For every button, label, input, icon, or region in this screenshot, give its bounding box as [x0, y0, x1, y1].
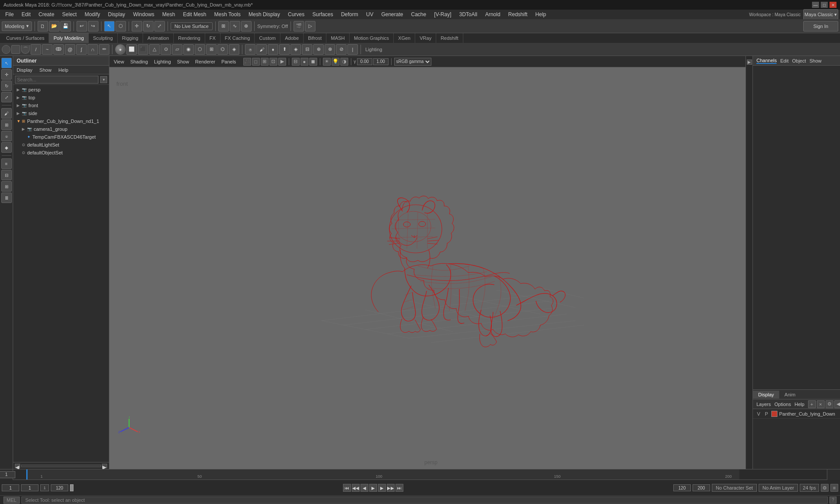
outliner-scrollbar[interactable]: ◀ ▶: [13, 462, 109, 469]
playback-button[interactable]: ▶: [278, 58, 286, 66]
minimize-button[interactable]: —: [812, 2, 819, 8]
move-tool-button[interactable]: ✛: [132, 21, 142, 32]
deform2-button[interactable]: ◈: [229, 44, 239, 55]
options-label[interactable]: Options: [774, 402, 791, 407]
deform1-button[interactable]: ⌬: [217, 44, 228, 55]
undo-button[interactable]: ↩: [77, 21, 87, 32]
light-btn1[interactable]: ☀: [323, 58, 331, 66]
paint-button[interactable]: 🖌: [256, 44, 267, 55]
outliner-item-panther-group[interactable]: ▼ ⊞ Panther_Cub_lying_Down_nd1_1: [13, 117, 109, 125]
vp-renderer-menu[interactable]: Renderer: [192, 57, 218, 66]
mel-button[interactable]: MEL: [4, 497, 20, 504]
menu-generate[interactable]: Generate: [378, 10, 406, 18]
timeline-ruler[interactable]: 1 50 100 150 200: [26, 469, 739, 480]
soft-mod-button[interactable]: ⍟: [1, 131, 12, 141]
menu-redshift[interactable]: Redshift: [505, 10, 531, 18]
current-frame-input[interactable]: [21, 484, 38, 491]
range-thumb[interactable]: [70, 484, 74, 491]
flat-button[interactable]: ◼: [309, 58, 317, 66]
help-line-button[interactable]: ?: [830, 497, 836, 504]
soft-select-button[interactable]: ⍟: [245, 44, 256, 55]
menu-uv[interactable]: UV: [363, 10, 377, 18]
special2-button[interactable]: ⊞: [206, 44, 217, 55]
scroll-right-button[interactable]: ▶: [102, 464, 107, 468]
menu-edit[interactable]: Edit: [18, 10, 34, 18]
skip-end-button[interactable]: ⏭: [396, 484, 403, 492]
vp-view-menu[interactable]: View: [111, 57, 127, 66]
viewport-canvas[interactable]: front: [109, 67, 752, 469]
layer-help-label[interactable]: Help: [794, 402, 805, 407]
frame-select-button[interactable]: ⊡: [270, 58, 277, 66]
menu-modify[interactable]: Modify: [81, 10, 103, 18]
select-all-button[interactable]: □: [252, 58, 260, 66]
step-back1-button[interactable]: ◀: [360, 484, 368, 492]
light-btn2[interactable]: 💡: [332, 58, 340, 66]
outliner-help-menu[interactable]: Help: [57, 67, 70, 73]
menu-mesh-display[interactable]: Mesh Display: [245, 10, 284, 18]
menu-select[interactable]: Select: [59, 10, 80, 18]
weld-button[interactable]: ⊗: [325, 44, 335, 55]
close-button[interactable]: ✕: [830, 2, 836, 8]
skip-start-button[interactable]: ⏮: [343, 484, 351, 492]
bridge-button[interactable]: ⊟: [302, 44, 312, 55]
menu-help[interactable]: Help: [532, 10, 550, 18]
outliner-search-input[interactable]: [15, 76, 98, 84]
layer-nav1-button[interactable]: ◀: [834, 400, 840, 408]
tab-rendering[interactable]: Rendering: [174, 33, 205, 43]
sphere-button[interactable]: ●: [115, 44, 126, 55]
menu-cache[interactable]: Cache: [407, 10, 430, 18]
tab-mash[interactable]: MASH: [326, 33, 350, 43]
torus-button[interactable]: ⊙: [161, 44, 171, 55]
helix-tool-button[interactable]: ↂ: [53, 44, 64, 55]
menu-windows[interactable]: Windows: [130, 10, 158, 18]
rotate-tool-button[interactable]: ↻: [143, 21, 154, 32]
outliner-item-lightset[interactable]: ⊙ defaultLightSet: [13, 141, 109, 149]
menu-deform[interactable]: Deform: [337, 10, 361, 18]
select-tool-button[interactable]: ↖: [104, 21, 115, 32]
outliner-item-tempcam[interactable]: ✦ TempCamFBXASCD46Target: [13, 133, 109, 141]
layer-color-swatch[interactable]: [771, 411, 777, 417]
timeline-settings-button[interactable]: ⚙: [821, 484, 829, 492]
tab-adobe[interactable]: Adobe: [280, 33, 304, 43]
snap-curve-button[interactable]: ∿: [230, 21, 240, 32]
layer-btn3[interactable]: ⊞: [1, 181, 12, 192]
layer-btn1[interactable]: ≡: [1, 158, 12, 169]
mode-dropdown[interactable]: Modeling ▾: [2, 21, 32, 31]
menu-surfaces[interactable]: Surfaces: [309, 10, 336, 18]
render-button[interactable]: ▷: [305, 21, 315, 32]
play-fwd-button[interactable]: ▶: [378, 484, 386, 492]
gamma2-input[interactable]: [373, 58, 388, 65]
outliner-item-camera1[interactable]: ▶ 📷 camera1_group: [13, 125, 109, 133]
cone-button[interactable]: △: [149, 44, 160, 55]
shadow-button[interactable]: ◑: [340, 58, 348, 66]
circle-tool-button[interactable]: [2, 45, 10, 54]
search-options-button[interactable]: ▾: [100, 76, 107, 83]
wireframe-button[interactable]: ⊟: [292, 58, 300, 66]
tab-vray[interactable]: VRay: [415, 33, 436, 43]
split-button[interactable]: ⊘: [336, 44, 346, 55]
bevel-button[interactable]: ◈: [290, 44, 301, 55]
arc-tool-button[interactable]: ⌒: [21, 45, 30, 54]
curve-tool-button[interactable]: ~: [42, 44, 52, 55]
outliner-show-menu[interactable]: Show: [38, 67, 53, 73]
vp-panels-menu[interactable]: Panels: [219, 57, 239, 66]
step-fwd-button[interactable]: ▶▶: [387, 484, 395, 492]
select-mode-button[interactable]: ↖: [1, 58, 12, 68]
vp-show-menu[interactable]: Show: [175, 57, 192, 66]
articulation-button[interactable]: ⊞: [1, 119, 12, 130]
menu-mesh-tools[interactable]: Mesh Tools: [211, 10, 244, 18]
current-frame-input-left[interactable]: [2, 484, 19, 491]
square-tool-button[interactable]: [11, 45, 20, 54]
collapse-channel-button[interactable]: ▶: [747, 60, 752, 65]
fps-dropdown[interactable]: 24 fps: [800, 484, 819, 492]
tab-poly-modeling[interactable]: Poly Modeling: [49, 33, 88, 43]
tab-animation[interactable]: Animation: [143, 33, 174, 43]
layer-new-button[interactable]: +: [808, 400, 816, 408]
outliner-item-persp[interactable]: ▶ 📷 persp: [13, 86, 109, 94]
tab-fx[interactable]: FX: [205, 33, 220, 43]
menu-vray[interactable]: [V-Ray]: [430, 10, 455, 18]
disk-button[interactable]: ◉: [183, 44, 194, 55]
special1-button[interactable]: ⬡: [195, 44, 205, 55]
cylinder-button[interactable]: ⬛: [138, 44, 148, 55]
tab-xgen[interactable]: XGen: [394, 33, 415, 43]
